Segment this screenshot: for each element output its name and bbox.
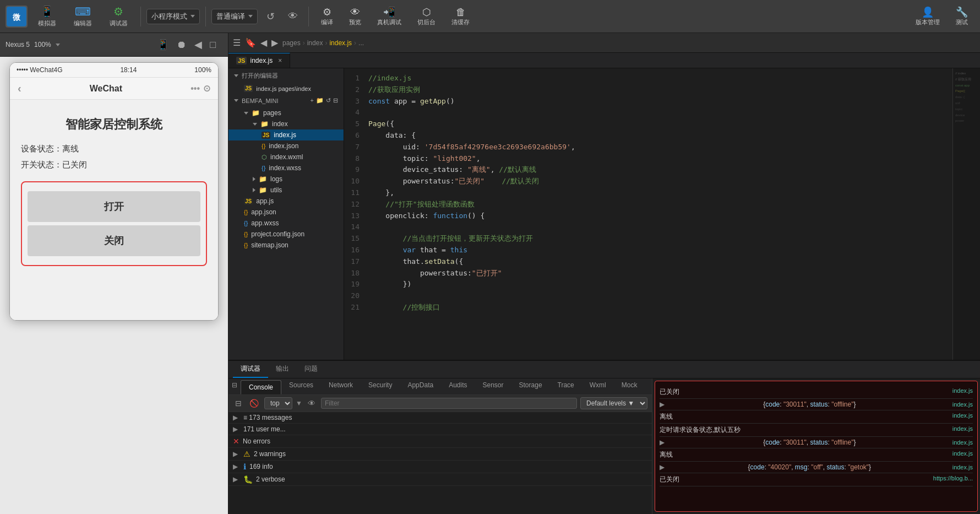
debugger-btn[interactable]: ⚙ 调试器 — [102, 2, 135, 31]
sep3 — [308, 7, 309, 26]
open-file-item[interactable]: JS index.js pages\index — [228, 83, 344, 94]
version-mgr-btn[interactable]: 👤 版本管理 — [909, 4, 946, 29]
tree-logs-folder[interactable]: 📁 logs — [228, 174, 344, 185]
refresh-tree-btn[interactable]: ↺ — [326, 97, 331, 104]
tree-index-json[interactable]: {} index.json — [228, 140, 344, 152]
msg-173[interactable]: ▶ ≡ 173 messages — [228, 412, 652, 424]
code-line-10: 10 powerstatus:"已关闭" //默认关闭 — [344, 176, 952, 187]
add-file-btn[interactable]: + — [311, 97, 314, 104]
tree-app-wxss[interactable]: {} app.wxss — [228, 218, 344, 229]
index-wxml-icon: ⬡ — [262, 154, 267, 161]
clear-cache-label: 清缓存 — [451, 18, 470, 26]
simulator-header: Nexus 5 100% 📱 ⏺ ◀ □ — [0, 33, 228, 57]
eye-icon: 👁 — [288, 10, 298, 22]
tree-project-config[interactable]: {} project.config.json — [228, 229, 344, 240]
tree-sitemap[interactable]: {} sitemap.json — [228, 240, 344, 251]
tree-index-folder[interactable]: 📁 index — [228, 118, 344, 129]
dc-tab-layout[interactable]: ⊟ — [228, 378, 241, 394]
tree-index-wxss[interactable]: {} index.wxss — [228, 163, 344, 174]
collapse-tree-btn[interactable]: ⊟ — [333, 97, 338, 104]
console-link-6[interactable]: index.js — [952, 450, 973, 459]
sep2 — [205, 7, 206, 26]
dc-tab-wxml[interactable]: Wxml — [582, 378, 614, 394]
mode-label: 小程序模式 — [151, 12, 187, 21]
add-folder-btn[interactable]: 📁 — [316, 97, 324, 104]
sim-prev-btn[interactable]: ◀ — [192, 36, 204, 53]
mode-select[interactable]: 小程序模式 — [146, 9, 200, 24]
tree-utils-folder[interactable]: 📁 utils — [228, 185, 344, 196]
dc-tab-sources[interactable]: Sources — [281, 378, 321, 394]
dbg-eye-btn[interactable]: 👁 — [306, 398, 318, 409]
debug-tab-problems[interactable]: 问题 — [297, 361, 325, 378]
tree-app-js[interactable]: JS app.js — [228, 196, 344, 207]
sidebar-toggle-btn[interactable]: ☰ — [233, 37, 241, 48]
console-link-3[interactable]: index.js — [952, 412, 973, 421]
code-area[interactable]: 1 //index.js 2 //获取应用实例 3 const app = ge… — [344, 68, 952, 360]
dc-tab-appdata[interactable]: AppData — [400, 378, 441, 394]
app-logo: 微 — [6, 6, 28, 28]
real-test-btn[interactable]: 📲 真机调试 — [371, 4, 408, 29]
refresh-btn[interactable]: ↺ — [260, 7, 280, 26]
console-link-7[interactable]: index.js — [952, 464, 973, 470]
tree-index-wxml[interactable]: ⬡ index.wxml — [228, 152, 344, 163]
cut-back-btn[interactable]: ⬡ 切后台 — [411, 4, 442, 29]
debug-tab-output[interactable]: 输出 — [268, 361, 297, 378]
dc-tab-network[interactable]: Network — [321, 378, 361, 394]
clear-cache-btn[interactable]: 🗑 清缓存 — [445, 4, 476, 29]
eye-btn[interactable]: 👁 — [283, 7, 303, 26]
debug-tab-debugger[interactable]: 调试器 — [233, 361, 268, 378]
console-link-1[interactable]: index.js — [952, 387, 973, 397]
tree-index-js[interactable]: JS index.js — [228, 129, 344, 140]
dc-tab-sensor[interactable]: Sensor — [475, 378, 511, 394]
nav-back-btn[interactable]: ◀ — [260, 37, 267, 48]
msg-171[interactable]: ▶ 171 user me... — [228, 424, 652, 435]
tree-app-json[interactable]: {} app.json — [228, 207, 344, 218]
sim-layout-btn[interactable]: □ — [208, 37, 218, 53]
console-link-5[interactable]: index.js — [952, 439, 973, 446]
project-header[interactable]: BEMFA_MINI + 📁 ↺ ⊟ — [228, 94, 344, 107]
code-line-16: 16 var that = this — [344, 245, 952, 256]
editor-btn[interactable]: ⌨ 编辑器 — [66, 2, 99, 31]
tree-pages-folder[interactable]: 📁 pages — [228, 107, 344, 118]
sim-record-btn[interactable]: ⏺ — [175, 37, 189, 53]
debug-panel: 调试器 输出 问题 ⊟ Console Sources Network Secu… — [228, 360, 980, 514]
console-link-8[interactable]: https://blog.b... — [933, 475, 973, 484]
tab-close-btn[interactable]: × — [278, 57, 282, 64]
msg-errors[interactable]: ✕ No errors — [228, 435, 652, 448]
index-json-icon: {} — [262, 143, 265, 149]
open-editors-chevron — [234, 74, 238, 77]
dc-tab-console[interactable]: Console — [241, 380, 281, 394]
phone-open-btn[interactable]: 打开 — [28, 191, 200, 222]
dbg-prohibit-btn[interactable]: 🚫 — [247, 398, 261, 409]
msg-warnings[interactable]: ▶ ⚠ 2 warnings — [228, 448, 652, 461]
console-link-4[interactable]: index.js — [952, 425, 973, 435]
preview-btn[interactable]: 👁 预览 — [342, 4, 368, 29]
dbg-filter-input[interactable] — [321, 398, 577, 409]
dc-tab-storage[interactable]: Storage — [511, 378, 550, 394]
dbg-block-btn[interactable]: ⊟ — [233, 398, 244, 409]
sim-device-name: Nexus 5 — [6, 41, 30, 48]
console-line-2: ▶ {code: "30011", status: "offline"} ind… — [660, 399, 973, 410]
sim-mobile-btn[interactable]: 📱 — [155, 36, 171, 53]
app-js-icon: JS — [244, 198, 253, 205]
msg-info[interactable]: ▶ ℹ 169 info — [228, 461, 652, 473]
console-link-2[interactable]: index.js — [952, 401, 973, 408]
nav-forward-btn[interactable]: ▶ — [271, 37, 278, 48]
bookmark-btn[interactable]: 🔖 — [245, 37, 256, 48]
test-btn[interactable]: 🔧 测试 — [949, 4, 974, 29]
dc-tab-mock[interactable]: Mock — [614, 378, 645, 394]
phone-close-btn[interactable]: 关闭 — [28, 225, 200, 256]
open-editors-header[interactable]: 打开的编辑器 — [228, 68, 344, 83]
compile-select[interactable]: 普通编译 — [211, 9, 258, 24]
toolbar-right: 👤 版本管理 🔧 测试 — [909, 4, 974, 29]
dbg-context-select[interactable]: top — [264, 397, 292, 409]
compile-action-btn[interactable]: ⚙ 编译 — [314, 4, 340, 29]
tab-index-js[interactable]: JS index.js × — [228, 53, 290, 68]
dc-tab-audits[interactable]: Audits — [441, 378, 475, 394]
msg-verbose-icon: 🐛 — [243, 475, 253, 484]
simulator-btn[interactable]: 📱 模拟器 — [30, 2, 63, 31]
dc-tab-trace[interactable]: Trace — [550, 378, 582, 394]
msg-verbose[interactable]: ▶ 🐛 2 verbose — [228, 473, 652, 486]
dbg-level-select[interactable]: Default levels ▼ — [580, 397, 647, 409]
dc-tab-security[interactable]: Security — [361, 378, 400, 394]
